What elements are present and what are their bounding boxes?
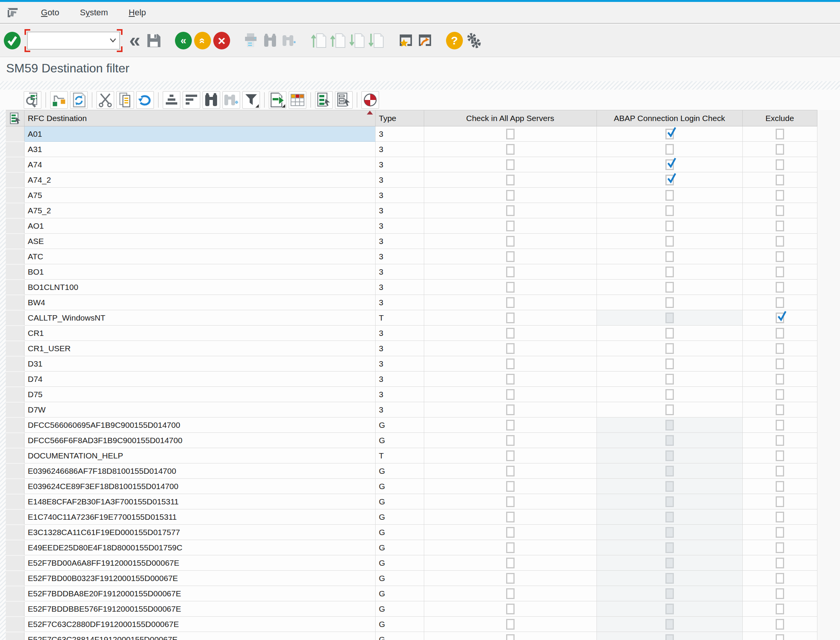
exclude-checkbox[interactable] [776,205,784,216]
column-header-rfc-destination[interactable]: RFC Destination [24,110,375,126]
login-check-checkbox[interactable] [665,221,674,231]
table-row[interactable]: DFCC566060695AF1B9C900155D014700G [6,417,817,433]
type-cell[interactable]: 3 [375,356,424,372]
table-row[interactable]: D743 [6,372,817,387]
check-all-checkbox[interactable] [506,205,515,216]
login-check-checkbox[interactable] [665,389,674,400]
table-row[interactable]: A753 [6,188,817,203]
type-cell[interactable]: 3 [375,372,424,387]
login-check-checkbox[interactable] [665,236,674,247]
column-header-exclude[interactable]: Exclude [742,110,817,126]
row-selector[interactable] [6,341,24,356]
login-check-checkbox[interactable] [665,144,674,155]
select-all-header[interactable] [6,110,24,126]
exclude-checkbox[interactable] [776,435,784,446]
type-cell[interactable]: G [375,540,424,555]
rfc-destination-cell[interactable]: E52F7BD00B0323F1912000155D00067E [24,571,375,586]
type-cell[interactable]: 3 [375,126,424,142]
login-check-checkbox[interactable] [665,297,674,308]
rfc-destination-cell[interactable]: A74_2 [24,172,375,188]
type-cell[interactable]: G [375,555,424,571]
create-shortcut-button[interactable] [417,31,433,51]
type-cell[interactable]: 3 [375,218,424,234]
undo-button[interactable] [136,91,154,109]
rfc-destination-cell[interactable]: DOCUMENTATION_HELP [24,448,375,463]
check-all-checkbox[interactable] [506,604,515,614]
login-check-checkbox[interactable] [665,374,674,385]
check-all-checkbox[interactable] [506,634,515,640]
row-selector[interactable] [6,280,24,295]
check-all-checkbox[interactable] [506,558,515,568]
rfc-destination-cell[interactable]: A74 [24,157,375,172]
display-change-button[interactable] [50,91,68,109]
login-check-checkbox[interactable] [665,282,674,293]
type-cell[interactable]: G [375,632,424,640]
row-selector[interactable] [6,249,24,264]
row-selector[interactable] [6,601,24,617]
check-all-checkbox[interactable] [506,267,515,277]
enter-button[interactable] [4,32,21,49]
table-row[interactable]: ATC3 [6,249,817,264]
type-cell[interactable]: 3 [375,295,424,310]
exclude-checkbox[interactable] [776,129,784,139]
table-row[interactable]: A74_23 [6,172,817,188]
check-all-checkbox[interactable] [506,313,515,323]
type-cell[interactable]: G [375,417,424,433]
row-selector[interactable] [6,188,24,203]
table-row[interactable]: E52F7BDDBA8E20F1912000155D00067EG [6,586,817,601]
column-header-check-all-app-servers[interactable]: Check in All App Servers [424,110,596,126]
row-selector[interactable] [6,218,24,234]
table-row[interactable]: E0396246686AF7F18D8100155D014700G [6,463,817,479]
check-all-checkbox[interactable] [506,450,515,461]
row-selector[interactable] [6,494,24,509]
find-button[interactable] [262,31,279,51]
rfc-destination-cell[interactable]: A01 [24,126,375,142]
type-cell[interactable]: G [375,601,424,617]
table-row[interactable]: E148E8CFAF2B30F1A3F700155D015311G [6,494,817,509]
check-all-checkbox[interactable] [506,573,515,584]
row-selector[interactable] [6,509,24,525]
check-all-checkbox[interactable] [506,466,515,476]
type-cell[interactable]: 3 [375,172,424,188]
rfc-destination-cell[interactable]: E52F7BD00A6A8FF1912000155D00067E [24,555,375,571]
exclude-checkbox[interactable] [776,236,784,247]
page-up-button[interactable] [330,31,346,51]
exclude-checkbox[interactable] [776,389,784,400]
find-in-list-button[interactable] [203,91,220,109]
row-selector[interactable] [6,172,24,188]
rfc-destination-cell[interactable]: DFCC566060695AF1B9C900155D014700 [24,417,375,433]
rfc-destination-cell[interactable]: E52F7BDDBA8E20F1912000155D00067E [24,586,375,601]
check-all-checkbox[interactable] [506,190,515,201]
login-check-checkbox[interactable] [665,190,674,201]
collapse-command-field-button[interactable]: « [126,31,143,51]
exclude-checkbox[interactable] [776,221,784,231]
type-cell[interactable]: 3 [375,326,424,341]
type-cell[interactable]: G [375,525,424,540]
type-cell[interactable]: G [375,509,424,525]
table-row[interactable]: E52F7C63C28814F1912000155D00067EG [6,632,817,640]
rfc-destination-cell[interactable]: A31 [24,142,375,157]
table-row[interactable]: E52F7BD00B0323F1912000155D00067EG [6,571,817,586]
check-all-checkbox[interactable] [506,512,515,522]
exclude-checkbox[interactable] [776,159,784,170]
row-selector[interactable] [6,264,24,280]
exclude-checkbox[interactable] [776,573,784,584]
check-all-checkbox[interactable] [506,297,515,308]
type-cell[interactable]: 3 [375,341,424,356]
rfc-destination-cell[interactable]: D74 [24,372,375,387]
table-row[interactable]: DOCUMENTATION_HELPT [6,448,817,463]
rfc-destination-cell[interactable]: E49EEDE25D80E4F18D8000155D01759C [24,540,375,555]
check-all-checkbox[interactable] [506,542,515,553]
row-selector[interactable] [6,295,24,310]
login-check-checkbox[interactable] [665,328,674,339]
check-all-checkbox[interactable] [506,404,515,415]
row-selector[interactable] [6,555,24,571]
save-button[interactable] [145,31,162,51]
check-all-checkbox[interactable] [506,159,515,170]
menu-item-system[interactable]: System [70,8,118,18]
type-cell[interactable]: G [375,617,424,632]
exclude-checkbox[interactable] [776,328,784,339]
row-selector[interactable] [6,310,24,326]
row-selector[interactable] [6,571,24,586]
exclude-checkbox[interactable] [776,313,784,323]
